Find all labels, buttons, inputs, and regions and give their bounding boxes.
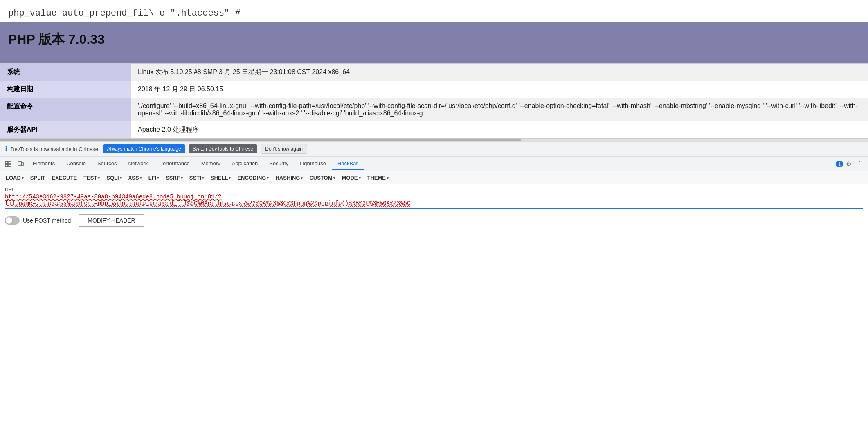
tab-elements[interactable]: Elements (27, 158, 61, 170)
table-label-2: 配置命令 (0, 98, 131, 121)
hackbar-btn-mode[interactable]: MODE ▾ (340, 173, 363, 182)
page-content: php_value auto_prepend_fil\ e ".htaccess… (0, 0, 868, 141)
table-label-3: 服务器API (0, 121, 131, 139)
switch-devtools-language-button[interactable]: Switch DevTools to Chinese (189, 144, 258, 153)
table-label-1: 构建日期 (0, 81, 131, 98)
hackbar-btn-split[interactable]: SPLIT (28, 173, 48, 182)
dropdown-arrow-mode: ▾ (359, 176, 361, 180)
table-value-0: Linux 发布 5.10.25 #8 SMP 3 月 25 日星期一 23:0… (131, 64, 868, 81)
use-post-toggle[interactable]: Use POST method (5, 216, 71, 225)
inspect-element-button[interactable] (3, 159, 13, 169)
php-version-title: PHP 版本 7.0.33 (8, 31, 860, 49)
tab-network[interactable]: Network (123, 158, 154, 170)
tab-hackbar[interactable]: HackBar (332, 158, 364, 170)
dropdown-arrow-lfi: ▾ (157, 176, 159, 180)
devtools-panel: ElementsConsoleSourcesNetworkPerformance… (0, 156, 868, 230)
dropdown-arrow-load: ▾ (22, 176, 24, 180)
url-line1: http://543e3d62-9827-49aa-80a8-b94349a6e… (5, 193, 221, 200)
notification-text: DevTools is now available in Chinese! (11, 146, 100, 152)
table-value-2: './configure' '--build=x86_64-linux-gnu'… (131, 98, 868, 121)
devtools-topbar-right: 1 ⚙ ⋮ (836, 158, 865, 169)
hackbar-btn-lfi[interactable]: LFI ▾ (146, 173, 162, 182)
svg-rect-0 (5, 161, 8, 164)
devtools-topbar: ElementsConsoleSourcesNetworkPerformance… (0, 157, 868, 171)
dropdown-arrow-theme: ▾ (387, 176, 389, 180)
php-header-banner: PHP 版本 7.0.33 (0, 22, 868, 63)
dropdown-arrow-custom: ▾ (333, 176, 335, 180)
more-options-button[interactable]: ⋮ (855, 158, 865, 169)
hackbar-btn-encoding[interactable]: ENCODING ▾ (235, 173, 271, 182)
dropdown-arrow-encoding: ▾ (267, 176, 269, 180)
table-value-3: Apache 2.0 处理程序 (131, 121, 868, 139)
hackbar-bottom: Use POST method MODIFY HEADER (0, 211, 868, 230)
toggle-thumb (6, 217, 12, 224)
horizontal-scrollbar[interactable] (0, 139, 868, 141)
svg-rect-3 (9, 164, 11, 167)
hackbar-btn-hashing[interactable]: HASHING ▾ (273, 173, 305, 182)
url-label: URL (5, 187, 863, 193)
tab-memory[interactable]: Memory (196, 158, 226, 170)
modify-header-button[interactable]: MODIFY HEADER (79, 214, 144, 227)
device-toolbar-button[interactable] (16, 159, 25, 169)
svg-rect-1 (9, 161, 11, 164)
settings-button[interactable]: ⚙ (844, 158, 853, 169)
notification-badge: 1 (836, 161, 843, 167)
tab-security[interactable]: Security (263, 158, 294, 170)
tab-console[interactable]: Console (61, 158, 92, 170)
url-line2: filename=.htaccess&content=php_value+aut… (5, 200, 410, 207)
table-label-0: 系统 (0, 64, 131, 81)
hackbar-url-section: URL http://543e3d62-9827-49aa-80a8-b9434… (0, 184, 868, 211)
tab-lighthouse[interactable]: Lighthouse (294, 158, 332, 170)
hackbar-btn-xss[interactable]: XSS ▾ (126, 173, 144, 182)
hackbar-btn-theme[interactable]: THEME ▾ (365, 173, 391, 182)
dropdown-arrow-ssrf: ▾ (181, 176, 183, 180)
dropdown-arrow-shell: ▾ (229, 176, 231, 180)
toggle-track[interactable] (5, 216, 20, 225)
info-icon: ℹ (5, 145, 7, 153)
hackbar-btn-load[interactable]: LOAD ▾ (3, 173, 26, 182)
hackbar-btn-ssrf[interactable]: SSRF ▾ (163, 173, 185, 182)
hackbar-btn-custom[interactable]: CUSTOM ▾ (307, 173, 337, 182)
hackbar-btn-execute[interactable]: EXECUTE (49, 173, 79, 182)
tab-application[interactable]: Application (226, 158, 264, 170)
devtools-tabs: ElementsConsoleSourcesNetworkPerformance… (27, 158, 836, 170)
dropdown-arrow-ssti: ▾ (202, 176, 204, 180)
prepend-line: php_value auto_prepend_fil\ e ".htaccess… (0, 4, 868, 22)
toggle-label: Use POST method (23, 217, 71, 224)
always-match-language-button[interactable]: Always match Chrome's language (103, 144, 185, 153)
dont-show-again-button[interactable]: Don't show again (261, 144, 307, 154)
svg-rect-2 (5, 164, 8, 167)
dropdown-arrow-hashing: ▾ (301, 176, 303, 180)
dropdown-arrow-xss: ▾ (140, 176, 142, 180)
dropdown-arrow-sqli: ▾ (120, 176, 122, 180)
table-value-1: 2018 年 12 月 29 日 06:50:15 (131, 81, 868, 98)
svg-rect-6 (22, 162, 23, 166)
hackbar-btn-sqli[interactable]: SQLI ▾ (104, 173, 124, 182)
tab-performance[interactable]: Performance (153, 158, 195, 170)
devtools-notification-bar: ℹ DevTools is now available in Chinese! … (0, 141, 868, 156)
hackbar-toolbar: LOAD ▾SPLITEXECUTETEST ▾SQLI ▾XSS ▾LFI ▾… (0, 171, 868, 184)
hackbar-btn-ssti[interactable]: SSTI ▾ (187, 173, 207, 182)
tab-sources[interactable]: Sources (92, 158, 123, 170)
svg-rect-5 (19, 165, 20, 165)
php-info-table: 系统Linux 发布 5.10.25 #8 SMP 3 月 25 日星期一 23… (0, 63, 868, 139)
hackbar-btn-shell[interactable]: SHELL ▾ (208, 173, 234, 182)
devtools-topbar-left (3, 159, 25, 169)
hackbar-btn-test[interactable]: TEST ▾ (81, 173, 102, 182)
dropdown-arrow-test: ▾ (98, 176, 100, 180)
